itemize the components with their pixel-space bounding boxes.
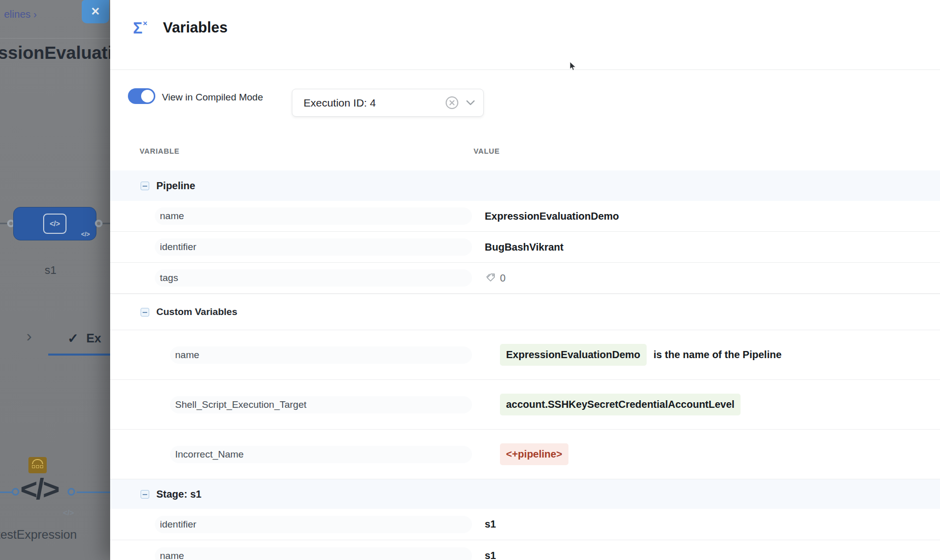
collapse-chevron-icon[interactable]: › (26, 327, 32, 345)
variable-value: ExpressionEvaluationDemo (474, 201, 619, 231)
variable-value: 0 (474, 263, 506, 293)
variable-name: name (155, 207, 472, 225)
variable-row: identifierBugBashVikrant (110, 232, 940, 263)
variable-row: identifiers1 (110, 509, 940, 540)
collapse-checkbox[interactable] (141, 490, 149, 499)
variable-row: tags0 (110, 263, 940, 294)
variable-name: name (170, 346, 472, 364)
execution-id-value: Execution ID: 4 (292, 97, 445, 109)
stage-port-right (95, 220, 103, 227)
breadcrumb[interactable]: elines › (4, 9, 37, 20)
value-pill: account.SSHKeySecretCredentialAccountLev… (500, 394, 741, 415)
stage-wire-right (103, 223, 110, 224)
variable-name: tags (155, 269, 472, 287)
compiled-mode-label: View in Compiled Mode (162, 92, 263, 103)
header-divider (0, 38, 110, 39)
code-badge-icon: </> (81, 231, 90, 238)
tab-execution[interactable]: Ex (86, 331, 101, 345)
step-name-label: testExpression (0, 528, 77, 542)
variable-row: Shell_Script_Execution_Targetaccount.SSH… (110, 380, 940, 430)
column-value: VALUE (474, 147, 500, 155)
variable-row: nameExpressionEvaluationDemois the name … (110, 330, 940, 380)
group-label: Stage: s1 (156, 488, 202, 500)
step-wire-left (0, 492, 12, 493)
mouse-cursor (569, 62, 578, 71)
check-icon: ✓ (68, 331, 79, 346)
variable-value: ExpressionEvaluationDemois the name of t… (474, 330, 782, 379)
tag-count: 0 (500, 272, 506, 284)
variable-name: identifier (155, 238, 472, 256)
variable-value: BugBashVikrant (474, 232, 563, 262)
collapse-checkbox[interactable] (141, 308, 149, 317)
variable-row: names1 (110, 540, 940, 560)
clear-selection-icon[interactable] (445, 96, 459, 110)
compiled-mode-toggle[interactable] (128, 88, 155, 104)
variable-name: Shell_Script_Execution_Target (170, 396, 472, 413)
chevron-down-icon[interactable] (466, 100, 475, 106)
close-drawer-button[interactable]: ✕ (82, 0, 109, 23)
value-suffix: is the name of the Pipeline (654, 349, 782, 361)
group-row: Stage: s1 (110, 479, 940, 509)
group-row: Pipeline (110, 170, 940, 201)
variables-drawer: Σ× Variables View in Compiled Mode Execu… (110, 0, 940, 560)
variables-table-body: PipelinenameExpressionEvaluationDemoiden… (110, 170, 940, 560)
table-header: VARIABLE VALUE (110, 147, 940, 162)
stage-name-label: s1 (45, 264, 56, 277)
variable-value: account.SSHKeySecretCredentialAccountLev… (474, 380, 741, 429)
value-pill: ExpressionEvaluationDemo (500, 344, 647, 366)
code-badge-small-icon: </> (63, 508, 74, 517)
shell-script-step-icon[interactable]: </> (20, 472, 58, 506)
close-icon: ✕ (91, 5, 100, 18)
custom-stage-icon: </> (43, 214, 66, 234)
active-tab-underline (48, 354, 110, 356)
drawer-header-divider (110, 69, 940, 70)
variable-value: <+pipeline> (474, 430, 568, 479)
variable-name: Incorrect_Name (170, 446, 472, 463)
collapse-checkbox[interactable] (141, 182, 149, 190)
variable-value: s1 (474, 540, 496, 560)
variable-name: name (155, 547, 472, 560)
variable-value: s1 (474, 509, 496, 540)
minus-icon (143, 494, 147, 495)
step-port-right (68, 488, 75, 496)
minus-icon (143, 312, 147, 313)
variable-row: nameExpressionEvaluationDemo (110, 201, 940, 232)
stage-node-s1[interactable]: </> </> (13, 207, 96, 240)
drawer-title: Variables (163, 19, 227, 36)
dashboard-icon (28, 457, 47, 473)
dimmed-pipeline-editor: elines › ssionEvaluati </> </> s1 › ✓ Ex… (0, 0, 110, 560)
column-variable: VARIABLE (140, 147, 180, 155)
group-label: Pipeline (156, 180, 195, 192)
variable-row: Incorrect_Name<+pipeline> (110, 430, 940, 479)
execution-id-select[interactable]: Execution ID: 4 (292, 89, 484, 117)
variable-name: identifier (155, 516, 472, 533)
group-row: Custom Variables (110, 294, 940, 330)
step-port-left (12, 488, 19, 496)
tag-icon (485, 272, 497, 284)
variables-sigma-icon: Σ× (133, 19, 147, 38)
group-label: Custom Variables (156, 306, 237, 318)
pipeline-title-partial: ssionEvaluati (0, 43, 110, 63)
value-pill: <+pipeline> (500, 443, 568, 465)
step-wire-right (77, 492, 110, 493)
minus-icon (143, 186, 147, 187)
